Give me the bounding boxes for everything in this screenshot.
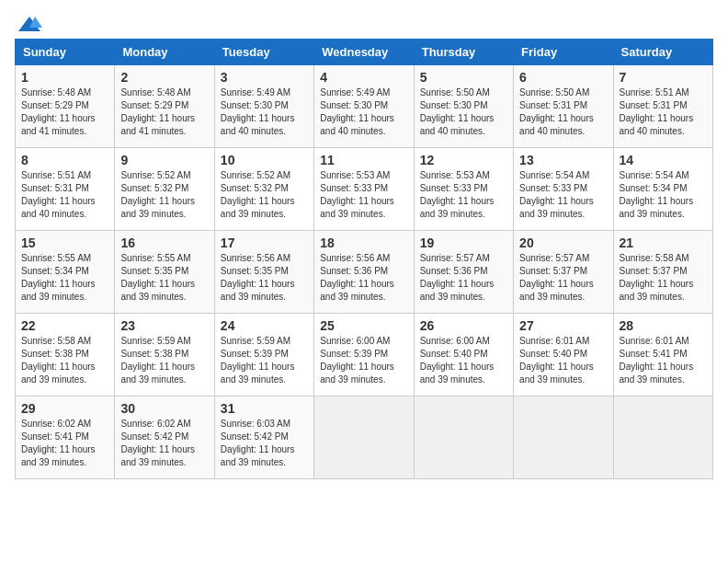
day-detail: Sunrise: 6:01 AMSunset: 5:40 PMDaylight:… — [519, 336, 594, 385]
day-detail: Sunrise: 5:55 AMSunset: 5:34 PMDaylight:… — [21, 253, 96, 302]
day-detail: Sunrise: 6:00 AMSunset: 5:39 PMDaylight:… — [320, 336, 394, 385]
column-header-monday: Monday — [115, 40, 214, 65]
column-header-wednesday: Wednesday — [314, 40, 414, 65]
day-detail: Sunrise: 5:55 AMSunset: 5:35 PMDaylight:… — [120, 253, 195, 302]
day-number: 29 — [21, 401, 108, 416]
day-detail: Sunrise: 5:54 AMSunset: 5:33 PMDaylight:… — [519, 170, 594, 219]
calendar-cell — [414, 396, 513, 479]
day-number: 9 — [120, 153, 208, 167]
calendar-cell: 7 Sunrise: 5:51 AMSunset: 5:31 PMDayligh… — [613, 65, 712, 148]
day-detail: Sunrise: 6:03 AMSunset: 5:42 PMDaylight:… — [221, 419, 295, 467]
day-number: 12 — [420, 153, 507, 167]
day-number: 2 — [120, 70, 208, 85]
calendar-cell: 13 Sunrise: 5:54 AMSunset: 5:33 PMDaylig… — [514, 148, 613, 231]
calendar-cell: 3 Sunrise: 5:49 AMSunset: 5:30 PMDayligh… — [214, 65, 313, 148]
day-number: 16 — [120, 236, 208, 250]
calendar-cell — [613, 396, 712, 479]
day-detail: Sunrise: 5:57 AMSunset: 5:36 PMDaylight:… — [420, 253, 495, 302]
calendar-cell: 6 Sunrise: 5:50 AMSunset: 5:31 PMDayligh… — [514, 65, 613, 148]
day-number: 14 — [620, 153, 707, 167]
day-number: 22 — [21, 318, 108, 333]
day-detail: Sunrise: 5:48 AMSunset: 5:29 PMDaylight:… — [120, 87, 195, 136]
day-detail: Sunrise: 6:02 AMSunset: 5:41 PMDaylight:… — [21, 419, 96, 467]
calendar-body: 1 Sunrise: 5:48 AMSunset: 5:29 PMDayligh… — [16, 65, 713, 479]
day-number: 11 — [320, 153, 407, 167]
calendar-cell: 5 Sunrise: 5:50 AMSunset: 5:30 PMDayligh… — [414, 65, 513, 148]
calendar-week-row: 1 Sunrise: 5:48 AMSunset: 5:29 PMDayligh… — [16, 65, 713, 148]
calendar-cell: 29 Sunrise: 6:02 AMSunset: 5:41 PMDaylig… — [16, 396, 115, 479]
calendar-cell — [314, 396, 414, 479]
day-detail: Sunrise: 5:57 AMSunset: 5:37 PMDaylight:… — [519, 253, 594, 302]
column-header-thursday: Thursday — [414, 40, 513, 65]
day-number: 21 — [620, 236, 707, 250]
day-number: 26 — [420, 318, 507, 333]
calendar-cell: 25 Sunrise: 6:00 AMSunset: 5:39 PMDaylig… — [314, 314, 414, 396]
day-detail: Sunrise: 5:56 AMSunset: 5:35 PMDaylight:… — [221, 253, 295, 302]
day-detail: Sunrise: 5:50 AMSunset: 5:30 PMDaylight:… — [420, 87, 495, 136]
day-detail: Sunrise: 5:52 AMSunset: 5:32 PMDaylight:… — [221, 170, 295, 219]
day-detail: Sunrise: 5:53 AMSunset: 5:33 PMDaylight:… — [420, 170, 495, 219]
calendar-cell: 16 Sunrise: 5:55 AMSunset: 5:35 PMDaylig… — [115, 231, 214, 314]
day-number: 13 — [519, 153, 607, 167]
calendar-cell: 24 Sunrise: 5:59 AMSunset: 5:39 PMDaylig… — [214, 314, 313, 396]
calendar-cell: 9 Sunrise: 5:52 AMSunset: 5:32 PMDayligh… — [115, 148, 214, 231]
day-detail: Sunrise: 6:02 AMSunset: 5:42 PMDaylight:… — [120, 419, 195, 467]
calendar-cell: 12 Sunrise: 5:53 AMSunset: 5:33 PMDaylig… — [414, 148, 513, 231]
day-detail: Sunrise: 5:56 AMSunset: 5:36 PMDaylight:… — [320, 253, 394, 302]
day-number: 23 — [120, 318, 208, 333]
calendar-cell: 26 Sunrise: 6:00 AMSunset: 5:40 PMDaylig… — [414, 314, 513, 396]
day-number: 10 — [221, 153, 308, 167]
calendar-week-row: 22 Sunrise: 5:58 AMSunset: 5:38 PMDaylig… — [16, 314, 713, 396]
column-header-sunday: Sunday — [16, 40, 115, 65]
calendar-table: SundayMondayTuesdayWednesdayThursdayFrid… — [15, 39, 713, 479]
day-detail: Sunrise: 5:50 AMSunset: 5:31 PMDaylight:… — [519, 87, 594, 136]
column-header-friday: Friday — [514, 40, 613, 65]
column-header-saturday: Saturday — [613, 40, 712, 65]
calendar-cell: 31 Sunrise: 6:03 AMSunset: 5:42 PMDaylig… — [214, 396, 313, 479]
column-header-tuesday: Tuesday — [214, 40, 313, 65]
calendar-cell: 11 Sunrise: 5:53 AMSunset: 5:33 PMDaylig… — [314, 148, 414, 231]
calendar-week-row: 8 Sunrise: 5:51 AMSunset: 5:31 PMDayligh… — [16, 148, 713, 231]
calendar-cell: 14 Sunrise: 5:54 AMSunset: 5:34 PMDaylig… — [613, 148, 712, 231]
day-number: 18 — [320, 236, 407, 250]
day-detail: Sunrise: 5:49 AMSunset: 5:30 PMDaylight:… — [320, 87, 394, 136]
calendar-cell: 20 Sunrise: 5:57 AMSunset: 5:37 PMDaylig… — [514, 231, 613, 314]
day-detail: Sunrise: 5:58 AMSunset: 5:38 PMDaylight:… — [21, 336, 96, 385]
calendar-cell: 15 Sunrise: 5:55 AMSunset: 5:34 PMDaylig… — [16, 231, 115, 314]
day-number: 30 — [120, 401, 208, 416]
day-detail: Sunrise: 5:54 AMSunset: 5:34 PMDaylight:… — [620, 170, 694, 219]
calendar-cell: 4 Sunrise: 5:49 AMSunset: 5:30 PMDayligh… — [314, 65, 414, 148]
logo-icon — [17, 15, 42, 35]
day-detail: Sunrise: 5:59 AMSunset: 5:38 PMDaylight:… — [120, 336, 195, 385]
calendar-cell: 2 Sunrise: 5:48 AMSunset: 5:29 PMDayligh… — [115, 65, 214, 148]
calendar-cell: 10 Sunrise: 5:52 AMSunset: 5:32 PMDaylig… — [214, 148, 313, 231]
day-detail: Sunrise: 5:49 AMSunset: 5:30 PMDaylight:… — [221, 87, 295, 136]
day-number: 31 — [221, 401, 308, 416]
day-detail: Sunrise: 5:48 AMSunset: 5:29 PMDaylight:… — [21, 87, 96, 136]
day-detail: Sunrise: 6:00 AMSunset: 5:40 PMDaylight:… — [420, 336, 495, 385]
day-number: 27 — [519, 318, 607, 333]
day-number: 1 — [21, 70, 108, 85]
day-detail: Sunrise: 5:52 AMSunset: 5:32 PMDaylight:… — [120, 170, 195, 219]
day-number: 15 — [21, 236, 108, 250]
day-number: 7 — [620, 70, 707, 85]
calendar-cell: 28 Sunrise: 6:01 AMSunset: 5:41 PMDaylig… — [613, 314, 712, 396]
calendar-cell: 22 Sunrise: 5:58 AMSunset: 5:38 PMDaylig… — [16, 314, 115, 396]
calendar-week-row: 29 Sunrise: 6:02 AMSunset: 5:41 PMDaylig… — [16, 396, 713, 479]
calendar-cell: 1 Sunrise: 5:48 AMSunset: 5:29 PMDayligh… — [16, 65, 115, 148]
day-number: 24 — [221, 318, 308, 333]
day-number: 19 — [420, 236, 507, 250]
day-number: 25 — [320, 318, 407, 333]
day-number: 3 — [221, 70, 308, 85]
day-detail: Sunrise: 5:53 AMSunset: 5:33 PMDaylight:… — [320, 170, 394, 219]
calendar-cell: 8 Sunrise: 5:51 AMSunset: 5:31 PMDayligh… — [16, 148, 115, 231]
calendar-cell — [514, 396, 613, 479]
header — [15, 15, 713, 31]
calendar-cell: 19 Sunrise: 5:57 AMSunset: 5:36 PMDaylig… — [414, 231, 513, 314]
day-detail: Sunrise: 5:59 AMSunset: 5:39 PMDaylight:… — [221, 336, 295, 385]
day-number: 5 — [420, 70, 507, 85]
calendar-cell: 18 Sunrise: 5:56 AMSunset: 5:36 PMDaylig… — [314, 231, 414, 314]
day-detail: Sunrise: 5:58 AMSunset: 5:37 PMDaylight:… — [620, 253, 694, 302]
calendar-header-row: SundayMondayTuesdayWednesdayThursdayFrid… — [16, 40, 713, 65]
calendar-cell: 27 Sunrise: 6:01 AMSunset: 5:40 PMDaylig… — [514, 314, 613, 396]
